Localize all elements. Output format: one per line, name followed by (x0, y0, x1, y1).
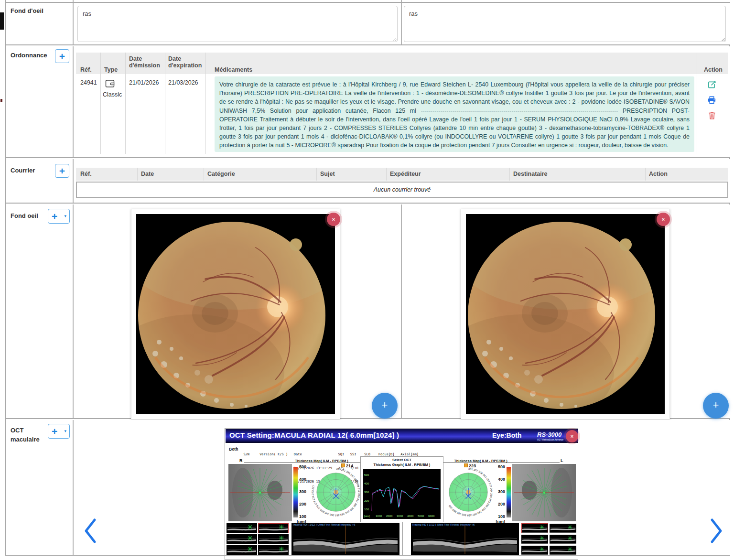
fundus-photo-right[interactable] (461, 209, 670, 420)
courrier-col-sujet: Sujet (320, 171, 335, 177)
col-ref: Réf. (80, 66, 92, 73)
bscan-thumbnail (227, 534, 257, 544)
add-ordonnance-button[interactable]: + (55, 49, 69, 63)
tracing-label-left: Tracing HD ( 1/12 ) Ultra Fine Retinal I… (292, 523, 399, 526)
chevron-right-icon[interactable] (709, 518, 723, 544)
wallet-icon (105, 79, 116, 90)
fond-doeil-label: Fond d'oeil (11, 7, 43, 14)
svg-text:100: 100 (364, 508, 369, 511)
courrier-col-categorie: Catégorie (207, 171, 235, 177)
fundus-image (466, 214, 665, 414)
chevron-left-icon[interactable] (83, 518, 97, 544)
bscan-thumbnail (258, 534, 289, 544)
oct-label: OCT maculaire (11, 426, 47, 444)
scale-tick: 300 (299, 490, 306, 494)
svg-text:[um]: [um] (364, 515, 370, 517)
close-icon[interactable]: × (327, 213, 340, 226)
bscan-thumbnail (521, 545, 548, 555)
ordonnance-label: Ordonnance (11, 52, 47, 59)
fond-oeil-label: Fond oeil (11, 212, 38, 219)
courrier-col-ref: Réf. (80, 171, 92, 177)
plus-icon: + (52, 425, 57, 438)
scale-tick: 400 (299, 477, 306, 482)
select-oct-panel: Select OCT Thickness Graph( ILM - RPE/BM… (360, 456, 443, 522)
add-fond-oeil-button[interactable]: + ▾ (48, 209, 70, 224)
ordonnance-medicaments-text: Votre chirurgie de la cataracte est prév… (215, 76, 694, 152)
svg-text:4000: 4000 (407, 515, 414, 517)
plus-icon: + (52, 210, 57, 223)
left-gutter-dot (0, 99, 2, 102)
svg-text:3000: 3000 (397, 515, 403, 517)
courrier-col-expediteur: Expéditeur (390, 171, 421, 177)
plus-icon: + (382, 399, 388, 411)
svg-text:5000: 5000 (418, 515, 424, 517)
fundus-photo-left[interactable] (131, 209, 340, 420)
col-date-expiration: Date d'expiration (168, 55, 202, 69)
tracing-label-right: Tracing HD ( 1/12 ) Ultra Fine Retinal I… (412, 523, 518, 526)
bscan-thumbnail (521, 534, 548, 544)
slo-image-left (228, 464, 292, 521)
scale-tick: 300 (494, 490, 505, 494)
patient-record-table: Fond d'oeil ras ras Ordonnance + Réf. Ty… (5, 0, 730, 556)
col-medicaments: Médicaments (215, 66, 252, 73)
fond-doeil-right-textarea[interactable]: ras (404, 6, 726, 42)
add-courrier-button[interactable]: + (55, 164, 69, 178)
oct-both-label: Both (229, 447, 238, 452)
row-ordonnance: Ordonnance + Réf. Type Date d'émission D… (6, 46, 730, 158)
scale-tick: 100 (494, 515, 505, 519)
scale-tick: 500 (494, 465, 505, 469)
add-oct-button[interactable]: + ▾ (48, 424, 70, 439)
add-image-left-button[interactable]: + (372, 393, 398, 419)
scale-tick: 200 (494, 502, 505, 506)
plus-icon: + (59, 165, 65, 176)
scale-tick: 100 (299, 515, 306, 519)
col-type: Type (104, 66, 118, 73)
etdrs-map-right: 301 307 304 302 287 277 264 216 283 298 … (443, 464, 494, 520)
close-icon[interactable]: × (566, 430, 578, 442)
map-title-right: Thickness Map( ILM - RPE/BM ) (447, 459, 514, 463)
edit-icon[interactable] (707, 80, 716, 89)
bscan-thumbnail (227, 545, 257, 555)
row-oct-maculaire: OCT maculaire + ▾ OCT Setting:MACULA RAD… (6, 420, 730, 560)
etdrs-map-left: 280 281 285 287 304 309 312 316 311 300 … (310, 464, 362, 520)
oct-report-eye: Eye:Both (492, 431, 521, 439)
row-courrier: Courrier + Réf. Date Catégorie Sujet Exp… (6, 159, 730, 204)
svg-text:400: 400 (364, 482, 369, 485)
caret-down-icon: ▾ (64, 214, 66, 218)
bscan-thumbnail (550, 523, 576, 533)
row-fond-oeil-images: Fond oeil + ▾ × + × + (6, 205, 730, 419)
ordonnance-type: Classic (103, 91, 122, 98)
scale-tick: 200 (299, 502, 306, 506)
plus-icon: + (713, 399, 719, 411)
thickness-colorbar-left (293, 467, 298, 517)
print-icon[interactable] (707, 96, 716, 105)
ordonnance-date-emission: 21/01/2026 (129, 79, 159, 86)
oct-report-image[interactable]: OCT Setting:MACULA RADIAL 12( 6.0mm[1024… (225, 428, 578, 560)
svg-text:6000: 6000 (428, 515, 435, 517)
add-image-right-button[interactable]: + (703, 393, 729, 419)
page: Fond d'oeil ras ras Ordonnance + Réf. Ty… (0, 0, 734, 560)
bscan-thumbnail (550, 534, 576, 544)
map-title-left: Thickness Map( ILM - RPE/BM ) (288, 459, 355, 463)
bscan-large-right (411, 523, 519, 556)
col-action: Action (704, 66, 723, 73)
ordonnance-date-expiration: 21/03/2026 (168, 79, 198, 86)
close-icon[interactable]: × (657, 213, 670, 226)
scale-tick: 500 (299, 465, 306, 469)
caret-down-icon: ▾ (64, 429, 66, 433)
courrier-empty-message: Aucun courrier trouvé (76, 182, 728, 198)
fond-doeil-left-textarea[interactable]: ras (77, 6, 398, 42)
trash-icon[interactable] (708, 111, 716, 120)
row-fond-doeil: Fond d'oeil ras ras (6, 3, 730, 45)
thickness-colorbar-right (507, 467, 511, 517)
oct-r-label: R (239, 458, 243, 463)
slo-image-right (512, 464, 576, 521)
svg-text:300: 300 (364, 491, 369, 494)
oct-l-label: L (561, 458, 563, 463)
courrier-table: Réf. Date Catégorie Sujet Expéditeur Des… (76, 168, 728, 199)
oct-report-title: OCT Setting:MACULA RADIAL 12( 6.0mm[1024… (229, 431, 399, 439)
brand-name: RS-3000 (537, 431, 561, 438)
left-gutter-fragment (0, 12, 4, 30)
fundus-image (136, 214, 335, 414)
plus-icon: + (59, 51, 65, 62)
